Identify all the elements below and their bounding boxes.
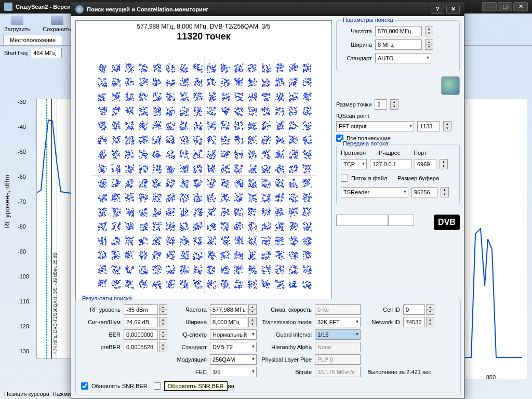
iqscan-spinner[interactable]: ▴▾	[443, 121, 451, 131]
cellid-value[interactable]	[403, 304, 425, 315]
spectrum-plot[interactable]: 474 МГц, DVB-T2/256QAM, 3/5, -39 dBm, 25…	[36, 99, 73, 358]
maximize-button[interactable]: ▢	[498, 2, 512, 11]
spectrum-chart-left: RF уровень, dBm -30 -40 -50 -60 -70 -80 …	[5, 99, 73, 369]
help-button[interactable]: ?	[431, 5, 444, 14]
bitrate-label: Bitrate	[260, 369, 312, 375]
iqspec-label: IQ-спектр	[170, 331, 207, 338]
tab-location[interactable]: Местоположение	[3, 35, 62, 45]
res-width-value[interactable]	[210, 317, 247, 327]
plp-value	[315, 354, 361, 365]
port-label: Порт	[414, 150, 429, 156]
point-size-spinner[interactable]: ▴▾	[390, 99, 398, 110]
stream-group: Передача потока Протокол IP-адрес Порт ▴…	[336, 144, 460, 205]
bufsize-spinner[interactable]: ▴▾	[441, 187, 449, 197]
start-freq-input[interactable]	[31, 48, 62, 58]
guard-value[interactable]	[315, 329, 361, 340]
tooltip: Обновлять SNR,BER	[164, 381, 228, 391]
txmode-value[interactable]	[315, 317, 361, 327]
x-axis-tick: 850	[486, 374, 496, 380]
dvb-logo: DVB	[434, 215, 460, 230]
ber-spinner[interactable]: ▴▾	[159, 329, 167, 340]
symrate-label: Симв. скорость	[260, 307, 312, 313]
ytick: -100	[18, 273, 29, 280]
dialog-titlebar[interactable]: Поиск несущей и Constellation-мониторинг…	[71, 3, 464, 16]
fec-value[interactable]	[210, 367, 257, 377]
update-mod-checkbox[interactable]	[154, 382, 161, 390]
res-freq-spinner[interactable]: ▴▾	[248, 304, 257, 315]
res-freq-value[interactable]	[210, 304, 247, 315]
width-spinner[interactable]: ▴▾	[425, 39, 433, 50]
freq-label: Частота	[341, 28, 372, 34]
port-input[interactable]	[415, 159, 436, 169]
to-file-label: Поток в файл	[351, 175, 387, 181]
mod-value[interactable]	[210, 354, 257, 365]
ytick: -80	[18, 223, 26, 230]
reader-select[interactable]	[341, 187, 408, 197]
dialog-close-button[interactable]: ✕	[446, 5, 460, 14]
snr-value[interactable]	[124, 317, 158, 327]
load-button[interactable]: Загрузить	[4, 16, 30, 32]
protocol-select[interactable]	[341, 159, 367, 169]
port-spinner[interactable]: ▴▾	[440, 159, 448, 169]
floppy-icon	[51, 16, 63, 25]
freq-spinner[interactable]: ▴▾	[425, 26, 433, 36]
width-label: Ширина	[341, 42, 372, 48]
search-width-input[interactable]	[375, 39, 422, 50]
hier-value	[315, 342, 361, 352]
plp-label: Physical Layer Pipe	[260, 356, 312, 363]
spectrum-chart-right[interactable]	[459, 99, 527, 379]
globe-icon	[75, 5, 84, 14]
ber-value[interactable]	[124, 329, 158, 340]
rf-spinner[interactable]: ▴▾	[159, 304, 167, 315]
fec-label: FEC	[170, 369, 207, 375]
iqscan-num-input[interactable]	[417, 121, 440, 131]
standard-label: Стандарт	[341, 55, 372, 61]
bufsize-label: Размер буфера	[397, 175, 439, 181]
std-label: Стандарт	[170, 344, 207, 350]
minimize-button[interactable]: –	[482, 2, 497, 11]
close-button[interactable]: ✕	[513, 2, 528, 11]
guard-label: Guard interval	[260, 331, 312, 338]
ytick: -110	[18, 298, 29, 304]
preber-value[interactable]	[124, 342, 158, 352]
constellation-dialog: Поиск несущей и Constellation-мониторинг…	[71, 2, 464, 399]
ytick: -60	[18, 174, 26, 180]
netid-label: Network ID	[364, 319, 400, 325]
save-label: Сохранить	[43, 26, 71, 32]
search-standard-select[interactable]	[375, 53, 431, 63]
update-snr-checkbox[interactable]	[81, 382, 88, 390]
point-size-label: Размер точки	[336, 101, 371, 108]
ber-label: BER	[79, 331, 121, 338]
point-size-input[interactable]	[375, 99, 387, 110]
mod-label: Модуляция	[170, 356, 207, 363]
to-file-checkbox[interactable]	[341, 175, 348, 182]
netid-spinner[interactable]: ▴▾	[426, 317, 434, 327]
std-value[interactable]	[210, 342, 257, 352]
ytick: -50	[18, 149, 26, 155]
load-label: Загрузить	[4, 26, 30, 32]
group-title: Параметры поиска	[341, 17, 395, 23]
preber-spinner[interactable]: ▴▾	[159, 342, 167, 352]
search-freq-input[interactable]	[375, 26, 422, 36]
snr-spinner[interactable]: ▴▾	[159, 317, 167, 327]
rf-value[interactable]	[124, 304, 158, 315]
iqscan-select[interactable]	[336, 121, 414, 131]
search-params-group: Параметры поиска Частота ▴▾ Ширина ▴▾ Ст…	[336, 20, 460, 71]
ip-input[interactable]	[370, 159, 411, 169]
iqspec-value[interactable]	[210, 329, 257, 340]
rf-label: RF уровень	[79, 307, 121, 313]
bitrate-value	[315, 367, 361, 377]
constellation-plot[interactable]: 577,988 МГц, 8,000 МГц, DVB-T2/256QAM, 3…	[75, 20, 332, 309]
start-freq-label: Start freq	[4, 50, 28, 56]
spectrum-trace-right	[460, 99, 527, 369]
constellation-canvas	[81, 47, 327, 304]
cellid-spinner[interactable]: ▴▾	[426, 304, 434, 315]
avatar-icon	[441, 76, 460, 95]
save-button[interactable]: Сохранить	[43, 16, 71, 32]
main-title: CrazyScan2 - Версия	[16, 4, 74, 10]
res-width-spinner[interactable]: ▴▾	[248, 317, 257, 327]
bufsize-input[interactable]	[411, 187, 437, 197]
snr-label: Сигнал/Шум	[79, 319, 121, 325]
netid-value[interactable]	[403, 317, 425, 327]
dialog-title: Поиск несущей и Constellation-мониторинг	[87, 6, 208, 12]
